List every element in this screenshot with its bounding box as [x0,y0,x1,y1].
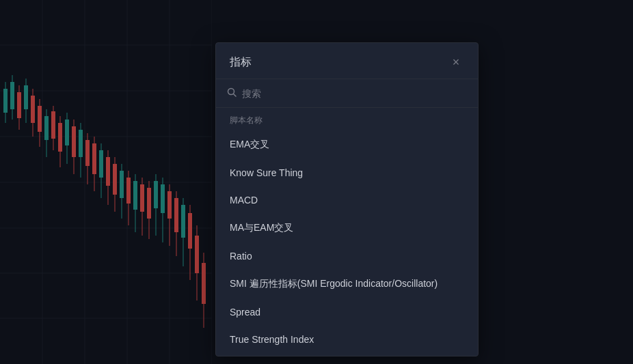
search-input[interactable] [242,88,467,99]
svg-rect-23 [38,106,42,132]
svg-rect-45 [113,164,117,195]
svg-rect-51 [133,181,137,210]
svg-rect-53 [140,184,144,212]
list-item[interactable]: Spread [216,298,478,326]
svg-rect-43 [106,157,110,186]
modal-title: 指标 [230,55,252,70]
svg-rect-61 [167,191,172,219]
list-item[interactable]: Volume Profile Visible Range [216,353,478,356]
list-item[interactable]: SMI 遍历性指标(SMI Ergodic Indicator/Oscillat… [216,270,478,298]
search-container [216,79,478,108]
svg-rect-37 [85,140,90,166]
search-icon [227,87,237,99]
svg-rect-39 [92,143,96,174]
svg-rect-31 [65,120,69,145]
svg-line-73 [234,94,237,97]
svg-rect-27 [51,111,55,139]
svg-rect-65 [181,205,185,238]
list-item[interactable]: MA与EAM交叉 [216,214,478,242]
list-item[interactable]: Ratio [216,242,478,270]
svg-rect-41 [99,150,103,178]
svg-rect-21 [31,96,35,123]
close-button[interactable]: × [448,54,464,70]
svg-rect-13 [3,89,8,113]
modal-header: 指标 × [216,43,478,79]
svg-rect-29 [58,123,62,152]
list-item[interactable]: True Strength Index [216,326,478,353]
indicator-list: 脚本名称 EMA交叉 Know Sure Thing MACD MA与EAM交叉… [216,108,478,356]
svg-rect-69 [195,236,199,273]
svg-rect-63 [174,198,178,232]
svg-rect-55 [147,188,151,219]
list-item[interactable]: Know Sure Thing [216,159,478,186]
svg-rect-25 [44,116,49,140]
svg-rect-57 [154,181,158,208]
svg-rect-17 [17,92,21,118]
svg-rect-47 [120,171,124,198]
svg-rect-35 [79,130,83,157]
svg-rect-33 [72,126,76,157]
svg-rect-59 [161,184,165,213]
candlestick-chart [0,0,212,364]
svg-rect-67 [188,213,192,249]
list-item[interactable]: MACD [216,186,478,214]
section-header: 脚本名称 [216,108,478,130]
svg-rect-49 [126,178,131,204]
svg-rect-71 [202,263,206,304]
svg-rect-15 [10,82,14,109]
svg-rect-19 [24,85,28,109]
indicator-modal: 指标 × 脚本名称 EMA交叉 Know Sure Thing MACD MA与… [215,42,479,356]
list-item[interactable]: EMA交叉 [216,130,478,159]
